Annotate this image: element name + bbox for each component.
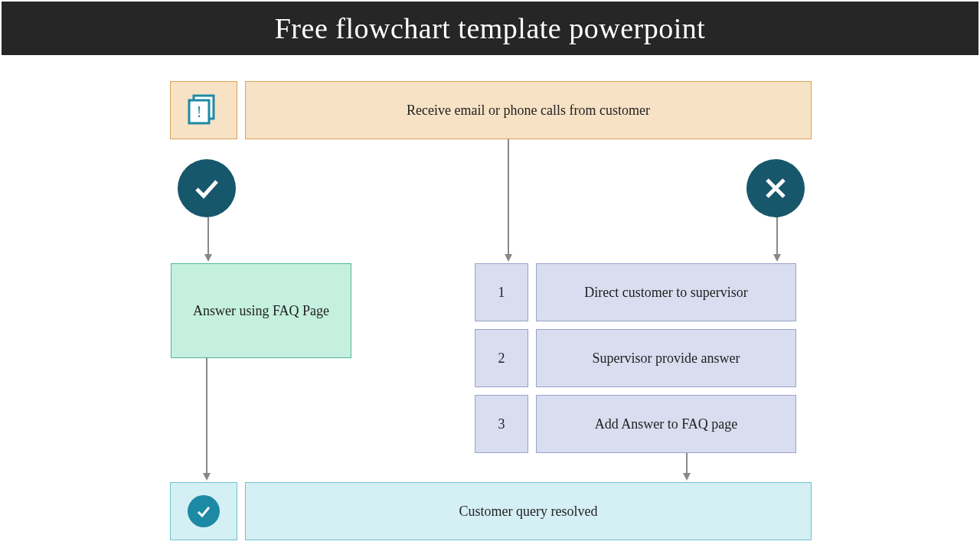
no-circle [746,159,805,217]
step-desc-2-text: Supervisor provide answer [593,350,740,367]
faq-answer-label: Answer using FAQ Page [193,303,329,319]
arrow-center-down [503,139,514,262]
step-num-1: 1 [475,263,528,321]
check-icon [191,172,223,204]
svg-text:!: ! [197,103,202,120]
step-num-3-text: 3 [498,416,505,432]
arrow-yes-down [203,217,214,262]
step-desc-1-text: Direct customer to supervisor [584,285,747,301]
slide-title: Free flowchart template powerpoint [2,2,978,55]
yes-circle [178,159,236,217]
document-warning-icon: ! [186,93,221,128]
check-icon [195,503,212,520]
step-num-1-text: 1 [498,285,505,301]
step-desc-1: Direct customer to supervisor [536,263,796,321]
svg-marker-8 [505,254,512,262]
step-desc-3-text: Add Answer to FAQ page [595,416,738,432]
resolved-check-circle [188,495,220,527]
step-num-2-text: 2 [498,350,505,367]
start-icon-box: ! [170,81,237,139]
faq-answer-box: Answer using FAQ Page [171,263,351,358]
end-box: Customer query resolved [245,482,812,540]
step-num-3: 3 [475,395,528,453]
step-desc-3: Add Answer to FAQ page [536,395,796,453]
cross-icon [761,174,790,203]
svg-marker-10 [203,473,211,481]
end-icon-box [170,482,237,540]
start-label: Receive email or phone calls from custom… [407,103,650,119]
svg-marker-6 [773,254,781,262]
svg-marker-4 [204,254,212,262]
start-box: Receive email or phone calls from custom… [245,81,812,139]
step-num-2: 2 [475,329,528,387]
end-label: Customer query resolved [459,504,598,520]
arrow-no-down [772,217,782,262]
arrow-steps-down [681,453,692,481]
step-desc-2: Supervisor provide answer [536,329,796,387]
svg-marker-12 [683,473,691,481]
arrow-faq-down [201,358,212,481]
title-text: Free flowchart template powerpoint [275,11,706,45]
